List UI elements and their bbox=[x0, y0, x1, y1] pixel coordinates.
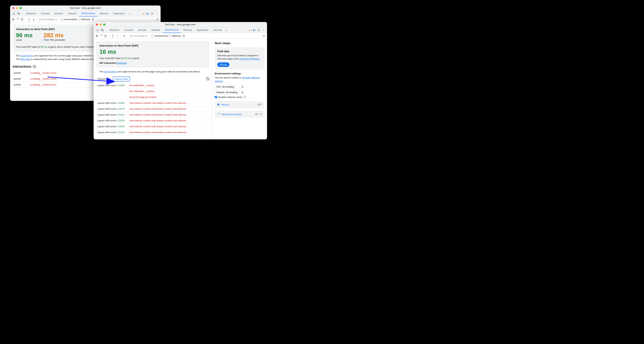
more-tabs-icon[interactable]: » bbox=[225, 29, 228, 31]
minimize-icon[interactable] bbox=[16, 7, 18, 9]
svg-point-5 bbox=[13, 19, 14, 20]
recordings-dropdown[interactable]: (no recordings) ▾ bbox=[130, 34, 148, 37]
kebab-icon[interactable]: ⋮ bbox=[156, 12, 158, 15]
settings-gear-icon[interactable] bbox=[156, 18, 159, 21]
maximize-icon[interactable] bbox=[103, 23, 105, 26]
performance-toolbar: (no recordings) ▾ Screenshots Memory bbox=[94, 33, 267, 39]
table-row[interactable]: Layout shift score: 0.0251mat-sidenav-co… bbox=[96, 112, 210, 117]
tab-application[interactable]: Application bbox=[111, 11, 127, 16]
download-icon[interactable] bbox=[32, 18, 35, 21]
clear-list-icon[interactable] bbox=[206, 77, 210, 80]
recordings-dropdown[interactable]: (no recordings) ▾ bbox=[39, 18, 57, 21]
tab-sources[interactable]: Sources bbox=[136, 27, 149, 33]
titlebar: DevTools - fonts.google.com/ bbox=[94, 22, 267, 27]
record-icon[interactable] bbox=[12, 18, 15, 21]
more-tabs-icon[interactable]: » bbox=[128, 12, 131, 15]
inp-interaction-line: INP interaction keyboard bbox=[100, 61, 206, 65]
clear-interactions-icon[interactable] bbox=[33, 65, 36, 68]
maximize-icon[interactable] bbox=[20, 7, 22, 9]
tab-elements[interactable]: Elements bbox=[24, 11, 38, 16]
inp-interaction-link[interactable]: keyboard bbox=[117, 62, 127, 64]
reload-arrow-icon bbox=[217, 113, 220, 115]
trash-icon[interactable] bbox=[92, 18, 95, 21]
metrics-note: The local metrics are captured from the … bbox=[96, 69, 210, 75]
tab-memory[interactable]: Memory bbox=[181, 27, 194, 33]
info-badge[interactable]: ▮ 1 bbox=[147, 12, 150, 15]
tab-network[interactable]: Network bbox=[149, 27, 162, 33]
cpu-throttling-select[interactable]: CPU: No throttling bbox=[215, 85, 244, 89]
field-data-card: Field data See how your local metrics co… bbox=[215, 47, 264, 69]
warnings-badge[interactable]: ▲ 2 bbox=[142, 12, 146, 15]
tab-network[interactable]: Network bbox=[66, 11, 79, 16]
record-icon[interactable] bbox=[95, 34, 98, 37]
subtab-interactions[interactable]: Interactions bbox=[96, 77, 112, 81]
close-icon[interactable] bbox=[96, 23, 98, 26]
gear-icon[interactable] bbox=[151, 12, 154, 15]
env-desc: Use the device toolbar to simulate diffe… bbox=[215, 76, 264, 83]
trash-icon[interactable] bbox=[182, 34, 185, 37]
clear-icon[interactable] bbox=[104, 34, 107, 37]
record-reload-action[interactable]: Record and reload ⌘ ⇧ E bbox=[215, 111, 264, 118]
svg-point-11 bbox=[258, 30, 259, 30]
inp-description: Your local INP value of 16 ms is good. bbox=[100, 56, 206, 60]
tab-performance[interactable]: Performance bbox=[162, 27, 180, 33]
performance-toolbar: (no recordings) ▾ Screenshots Memory bbox=[10, 16, 160, 22]
inp-card: Interaction to Next Paint (INP) 16 ms Yo… bbox=[96, 41, 210, 68]
tab-console[interactable]: Console bbox=[122, 27, 135, 33]
environment-settings: Environment settings Use the device tool… bbox=[215, 72, 264, 98]
tab-elements[interactable]: Elements bbox=[107, 27, 122, 33]
minimize-icon[interactable] bbox=[100, 23, 102, 26]
inp-local-value: 96 ms bbox=[16, 32, 33, 38]
local-metrics-link[interactable]: local metrics bbox=[20, 54, 34, 57]
device-icon[interactable] bbox=[17, 12, 20, 15]
svg-point-13 bbox=[96, 35, 97, 36]
upload-icon[interactable] bbox=[28, 18, 31, 21]
memory-checkbox[interactable]: Memory bbox=[169, 34, 181, 37]
home-icon[interactable] bbox=[122, 34, 126, 37]
inspect-icon[interactable] bbox=[96, 29, 99, 31]
table-row[interactable]: div.gf-full-page.gf-content bbox=[96, 94, 210, 100]
tab-sources[interactable]: Sources bbox=[52, 11, 65, 16]
table-row[interactable]: Layout shift score: 0.0270mat-sidenav-co… bbox=[96, 106, 210, 112]
tab-security[interactable]: Security bbox=[211, 27, 224, 33]
record-action[interactable]: Record ⌘ E bbox=[215, 101, 264, 108]
table-row[interactable]: Layout shift score: 0.0282mat-sidenav-co… bbox=[96, 100, 210, 106]
kebab-icon[interactable]: ⋮ bbox=[262, 29, 265, 31]
table-row[interactable]: Layout shift score: 0.0203mat-sidenav-co… bbox=[96, 123, 210, 129]
device-icon[interactable] bbox=[100, 29, 104, 31]
table-row[interactable]: Layout shift score: 0.0269div.notificati… bbox=[96, 82, 210, 88]
screenshots-checkbox[interactable]: Screenshots bbox=[61, 18, 77, 21]
tab-performance[interactable]: Performance bbox=[79, 11, 97, 16]
reload-icon[interactable] bbox=[100, 34, 103, 37]
reload-icon[interactable] bbox=[16, 18, 19, 21]
set-up-button[interactable]: Set up bbox=[217, 62, 230, 67]
table-row[interactable]: Layout shift score: 0.0142mat-sidenav-co… bbox=[96, 129, 210, 135]
subtab-layout-shifts[interactable]: Layout shifts bbox=[113, 76, 130, 81]
field-data-link[interactable]: field data bbox=[20, 58, 30, 60]
table-row[interactable]: Layout shift score: 0.0228mat-sidenav-co… bbox=[96, 117, 210, 123]
record-reload-shortcut: ⌘ ⇧ E bbox=[255, 113, 262, 115]
memory-checkbox[interactable]: Memory bbox=[78, 18, 90, 21]
settings-gear-icon[interactable] bbox=[262, 34, 266, 37]
inp-title: Interaction to Next Paint (INP) bbox=[100, 44, 206, 47]
close-icon[interactable] bbox=[12, 7, 14, 9]
inp-local-value: 16 ms bbox=[100, 49, 206, 55]
tab-application[interactable]: Application bbox=[194, 27, 211, 33]
local-metrics-link[interactable]: local metrics bbox=[104, 70, 117, 73]
warnings-badge[interactable]: ▲ 1 bbox=[249, 29, 252, 31]
upload-icon[interactable] bbox=[111, 34, 114, 37]
field-data-desc: See how your local metrics compare to re… bbox=[217, 54, 262, 60]
help-icon[interactable]: ? bbox=[243, 96, 246, 98]
gear-icon[interactable] bbox=[257, 29, 260, 31]
tab-console[interactable]: Console bbox=[38, 11, 52, 16]
layout-shifts-table: Layout shift score: 0.0269div.notificati… bbox=[96, 82, 210, 135]
crux-report-link[interactable]: Chrome UX Report bbox=[239, 57, 260, 60]
info-badge[interactable]: ▮ 1 bbox=[253, 29, 256, 31]
clear-icon[interactable] bbox=[20, 18, 24, 21]
tab-memory[interactable]: Memory bbox=[98, 11, 111, 16]
inspect-icon[interactable] bbox=[12, 12, 15, 15]
disable-cache-checkbox[interactable] bbox=[215, 96, 217, 98]
table-row[interactable]: div.notification__actions bbox=[96, 88, 210, 94]
network-throttling-select[interactable]: Network: No throttling bbox=[215, 90, 244, 95]
screenshots-checkbox[interactable]: Screenshots bbox=[152, 34, 168, 37]
